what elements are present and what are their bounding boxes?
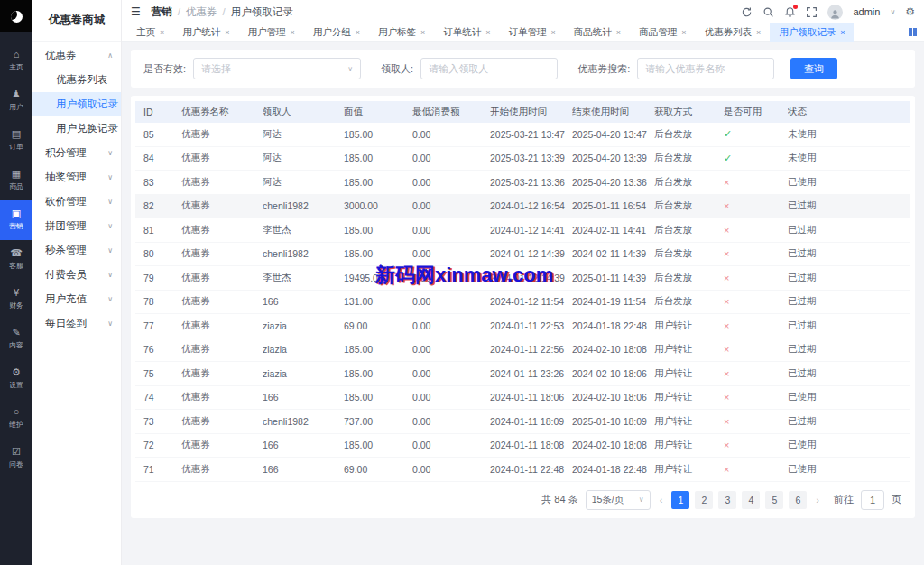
sidebar-item-积分管理[interactable]: 积分管理∨ (32, 141, 121, 165)
close-icon[interactable]: × (420, 28, 425, 37)
table-header-row: ID优惠券名称领取人面值最低消费额开始使用时间结束使用时间获取方式是否可用状态 (135, 101, 910, 123)
notification-bell-icon[interactable] (784, 6, 796, 18)
table-row[interactable]: 78优惠券166131.000.002024-01-12 11:542024-0… (135, 291, 910, 315)
rail-item-用户[interactable]: ♟用户 (0, 81, 32, 121)
table-row[interactable]: 83优惠券阿达185.000.002025-03-21 13:362025-04… (135, 171, 910, 195)
search-icon[interactable] (762, 6, 774, 18)
table-row[interactable]: 82优惠券chenli19823000.000.002024-01-12 16:… (135, 195, 910, 219)
rail-item-商品[interactable]: ▦商品 (0, 161, 32, 200)
page-button-3[interactable]: 3 (718, 491, 736, 509)
close-icon[interactable]: × (485, 28, 490, 37)
goto-page-input[interactable] (861, 490, 884, 510)
page-size-select[interactable]: 15条/页 ∨ (586, 490, 651, 510)
column-header-状态: 状态 (788, 106, 910, 118)
valid-filter-select[interactable]: 请选择 ∨ (193, 58, 361, 79)
rail-item-财务[interactable]: ¥财务 (0, 280, 32, 320)
close-icon[interactable]: × (756, 28, 761, 37)
tab-主页[interactable]: 主页× (127, 23, 173, 42)
tab-用户统计[interactable]: 用户统计× (173, 23, 238, 42)
settings-gear-icon[interactable]: ⚙ (905, 5, 915, 18)
refresh-icon[interactable] (741, 6, 753, 18)
fullscreen-icon[interactable] (806, 6, 818, 18)
rail-item-主页[interactable]: ⌂主页 (0, 42, 32, 81)
close-icon[interactable]: × (291, 28, 295, 37)
rail-item-维护[interactable]: ○维护 (0, 399, 32, 439)
breadcrumb-item[interactable]: 营销 (152, 5, 172, 19)
sidebar-item-优惠券[interactable]: 优惠券∧ (32, 43, 121, 68)
sidebar-item-用户充值[interactable]: 用户充值∨ (32, 287, 121, 311)
coupon-search-input[interactable] (637, 58, 774, 79)
table-row[interactable]: 85优惠券阿达185.000.002025-03-21 13:472025-04… (135, 123, 910, 147)
sidebar-item-拼团管理[interactable]: 拼团管理∨ (32, 214, 121, 238)
cell-name: 优惠券 (181, 320, 263, 332)
rail-item-内容[interactable]: ✎内容 (0, 320, 32, 359)
rail-item-设置[interactable]: ⚙设置 (0, 359, 32, 399)
rail-item-label: 商品 (9, 181, 23, 191)
receiver-filter-input[interactable] (420, 58, 558, 79)
rail-item-问卷[interactable]: ☑问卷 (0, 439, 32, 478)
user-avatar[interactable] (827, 5, 843, 20)
page-button-4[interactable]: 4 (742, 491, 760, 509)
rail-item-订单[interactable]: ▤订单 (0, 121, 32, 161)
table-row[interactable]: 74优惠券166185.000.002024-01-11 18:062024-0… (135, 386, 910, 411)
page-button-2[interactable]: 2 (695, 491, 713, 509)
tab-订单统计[interactable]: 订单统计× (434, 23, 499, 42)
tab-用户分组[interactable]: 用户分组× (304, 23, 369, 42)
cell-start: 2024-01-11 18:09 (490, 416, 572, 427)
close-icon[interactable]: × (225, 28, 229, 37)
sidebar-item-抽奖管理[interactable]: 抽奖管理∨ (32, 165, 121, 190)
close-icon[interactable]: × (840, 28, 845, 37)
tab-用户管理[interactable]: 用户管理× (239, 23, 304, 42)
sidebar-item-付费会员[interactable]: 付费会员∨ (32, 263, 121, 287)
table-row[interactable]: 73优惠券chenli1982737.000.002024-01-11 18:0… (135, 410, 910, 434)
close-icon[interactable]: × (356, 28, 360, 37)
close-icon[interactable]: × (551, 28, 556, 37)
total-count-label: 共 84 条 (541, 493, 578, 506)
cell-method: 用户转让 (654, 343, 724, 356)
sidebar-item-砍价管理[interactable]: 砍价管理∨ (32, 190, 121, 214)
sidebar-item-用户兑换记录[interactable]: 用户兑换记录 (32, 116, 121, 141)
cell-receiver: 李世杰 (263, 272, 344, 284)
close-icon[interactable]: × (616, 28, 621, 37)
sidebar-item-优惠券列表[interactable]: 优惠券列表 (32, 68, 121, 92)
user-dropdown-chevron-icon[interactable]: ∨ (890, 8, 895, 16)
content-icon: ✎ (12, 328, 20, 338)
page-button-6[interactable]: 6 (789, 491, 807, 509)
tab-商品统计[interactable]: 商品统计× (565, 23, 630, 42)
cell-id: 83 (143, 177, 181, 188)
rail-item-营销[interactable]: ▣营销 (0, 200, 32, 240)
breadcrumb-item[interactable]: 优惠券 (186, 5, 217, 19)
hamburger-menu-icon[interactable]: ☰ (131, 5, 141, 18)
sidebar-item-每日签到[interactable]: 每日签到∨ (32, 311, 121, 336)
table-row[interactable]: 80优惠券chenli1982185.000.002024-01-12 14:3… (135, 243, 910, 267)
table-row[interactable]: 79优惠券李世杰19495.000.002024-01-12 14:392025… (135, 266, 910, 291)
next-page-arrow[interactable]: › (814, 495, 821, 505)
close-icon[interactable]: × (160, 28, 164, 37)
table-row[interactable]: 71优惠券16669.000.002024-01-11 22:482024-01… (135, 458, 910, 482)
sidebar-item-秒杀管理[interactable]: 秒杀管理∨ (32, 238, 121, 263)
app-logo[interactable] (0, 0, 32, 32)
table-row[interactable]: 81优惠券李世杰185.000.002024-01-12 14:412024-0… (135, 218, 910, 243)
sidebar-title: 优惠卷商城 (32, 0, 121, 42)
close-icon[interactable]: × (681, 28, 686, 37)
table-row[interactable]: 76优惠券ziazia185.000.002024-01-11 22:56202… (135, 338, 910, 363)
prev-page-arrow[interactable]: ‹ (658, 495, 665, 505)
username-label[interactable]: admin (853, 6, 880, 17)
tab-用户领取记录[interactable]: 用户领取记录× (770, 23, 854, 42)
table-row[interactable]: 72优惠券166185.000.002024-01-11 18:082024-0… (135, 434, 910, 458)
tab-优惠券列表[interactable]: 优惠券列表× (695, 23, 770, 42)
table-row[interactable]: 84优惠券阿达185.000.002025-03-21 13:392025-04… (135, 147, 910, 171)
page-button-5[interactable]: 5 (765, 491, 783, 509)
page-button-1[interactable]: 1 (671, 491, 689, 509)
tab-订单管理[interactable]: 订单管理× (500, 23, 565, 42)
table-row[interactable]: 77优惠券ziazia69.000.002024-01-11 22:532024… (135, 314, 910, 338)
tab-用户标签[interactable]: 用户标签× (369, 23, 434, 42)
valid-filter-label: 是否有效: (143, 62, 186, 76)
rail-item-客服[interactable]: ☎客服 (0, 240, 32, 280)
cell-status: 已过期 (788, 272, 910, 284)
search-button[interactable]: 查询 (790, 58, 837, 79)
sidebar-item-用户领取记录[interactable]: 用户领取记录 (32, 92, 121, 116)
tab-layout-grid-icon[interactable] (909, 28, 917, 36)
table-row[interactable]: 75优惠券ziazia185.000.002024-01-11 23:26202… (135, 362, 910, 386)
tab-商品管理[interactable]: 商品管理× (630, 23, 695, 42)
